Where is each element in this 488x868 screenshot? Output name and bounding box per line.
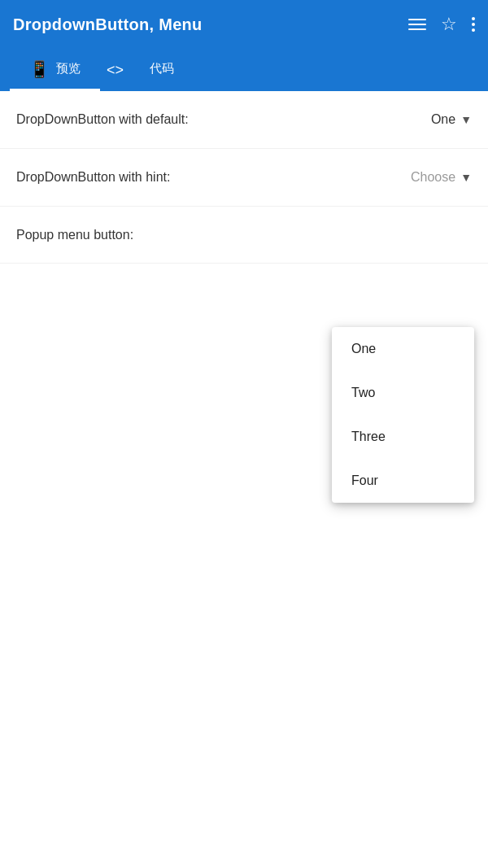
app-bar-title: DropdownButton, Menu bbox=[13, 15, 408, 34]
menu-icon[interactable] bbox=[408, 19, 426, 30]
dropdown-default-value: One bbox=[431, 112, 455, 127]
popup-menu-item-three[interactable]: Three bbox=[332, 415, 474, 459]
app-bar: DropdownButton, Menu ☆ bbox=[0, 0, 488, 49]
tab-code[interactable]: 代码 bbox=[130, 49, 194, 91]
row-dropdown-default: DropDownButton with default: One ▼ bbox=[0, 91, 488, 149]
tab-preview-label: 预览 bbox=[56, 61, 81, 76]
more-options-icon[interactable] bbox=[472, 17, 475, 32]
tab-bar: 📱 预览 <> 代码 bbox=[0, 49, 488, 91]
popup-menu: One Two Three Four bbox=[332, 327, 474, 503]
tab-preview[interactable]: 📱 预览 bbox=[10, 49, 100, 91]
row-popup-menu: Popup menu button: bbox=[0, 207, 488, 264]
popup-menu-item-two[interactable]: Two bbox=[332, 371, 474, 415]
phone-icon: 📱 bbox=[29, 59, 50, 79]
tab-code-label: 代码 bbox=[150, 61, 174, 76]
label-dropdown-default: DropDownButton with default: bbox=[16, 112, 189, 127]
popup-menu-item-four[interactable]: Four bbox=[332, 459, 474, 503]
dropdown-default-arrow-icon: ▼ bbox=[460, 113, 472, 126]
row-dropdown-hint: DropDownButton with hint: Choose ▼ bbox=[0, 149, 488, 207]
tab-code-separator: <> bbox=[100, 49, 130, 91]
favorite-icon[interactable]: ☆ bbox=[441, 14, 457, 35]
dropdown-hint-button[interactable]: Choose ▼ bbox=[411, 167, 472, 188]
content-area: DropDownButton with default: One ▼ DropD… bbox=[0, 91, 488, 264]
label-popup-menu: Popup menu button: bbox=[16, 228, 133, 242]
dropdown-hint-value: Choose bbox=[411, 170, 455, 185]
app-bar-actions: ☆ bbox=[408, 14, 475, 35]
dropdown-hint-arrow-icon: ▼ bbox=[460, 171, 472, 184]
label-dropdown-hint: DropDownButton with hint: bbox=[16, 170, 170, 185]
dropdown-default-button[interactable]: One ▼ bbox=[431, 109, 472, 130]
popup-menu-item-one[interactable]: One bbox=[332, 327, 474, 371]
